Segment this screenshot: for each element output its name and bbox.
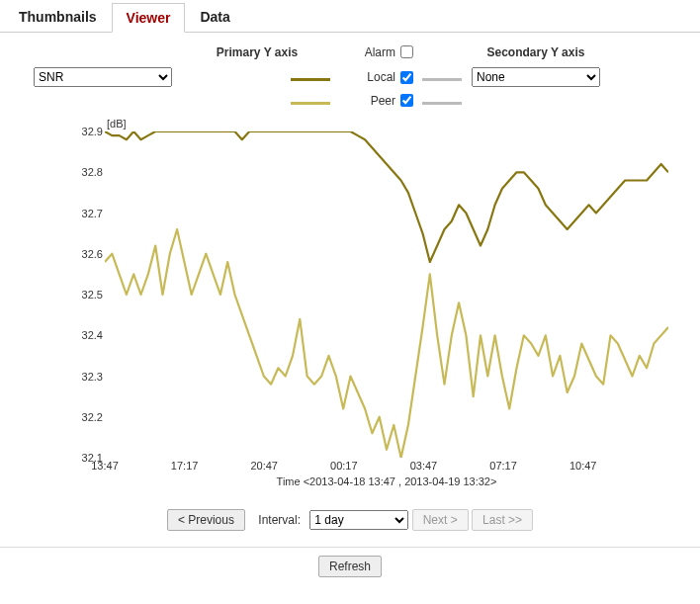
xtick: 13:47 [91,460,119,472]
local-checkbox[interactable] [400,71,413,84]
ytick: 32.3 [82,371,103,383]
secondary-swatch-1 [422,78,462,81]
alarm-label: Alarm [336,45,395,59]
xtick: 00:17 [330,460,358,472]
local-swatch [291,78,330,81]
xtick: 17:17 [171,460,199,472]
series-local [105,131,668,262]
alarm-checkbox[interactable] [400,45,413,58]
secondary-axis-heading: Secondary Y axis [467,45,605,59]
xtick: 07:17 [489,460,517,472]
ytick: 32.2 [82,411,103,423]
y-unit-label: [dB] [107,118,127,129]
plot-canvas [105,131,668,458]
time-nav: < Previous Interval: 1 day Next > Last >… [0,509,700,531]
next-button[interactable]: Next > [412,509,469,531]
xtick: 03:47 [410,460,438,472]
primary-axis-select[interactable]: SNR [34,67,172,87]
ytick: 32.4 [82,329,103,341]
peer-swatch [291,102,330,105]
x-axis-label: Time <2013-04-18 13:47 , 2013-04-19 13:3… [105,475,668,487]
series-peer [105,229,668,458]
ytick: 32.7 [82,208,103,219]
interval-label: Interval: [258,513,301,527]
chart-area: [dB] 32.132.232.332.432.532.632.732.832.… [24,118,676,503]
tab-viewer[interactable]: Viewer [112,3,186,33]
ytick: 32.8 [82,166,103,178]
refresh-button[interactable]: Refresh [318,556,382,577]
tab-data[interactable]: Data [185,2,244,32]
tab-thumbnails[interactable]: Thumbnails [4,2,112,32]
tab-bar: Thumbnails Viewer Data [0,0,700,33]
interval-select[interactable]: 1 day [309,510,408,530]
xtick: 20:47 [250,460,278,472]
primary-axis-heading: Primary Y axis [178,45,336,59]
last-button[interactable]: Last >> [472,509,533,531]
ytick: 32.9 [82,126,103,137]
secondary-axis-select[interactable]: None [472,67,600,87]
peer-checkbox[interactable] [400,94,413,107]
prev-button[interactable]: < Previous [167,509,245,531]
peer-label: Peer [336,94,395,108]
ytick: 32.5 [82,289,103,301]
controls-panel: Primary Y axis Alarm Secondary Y axis SN… [0,33,700,114]
local-label: Local [336,70,395,84]
secondary-swatch-2 [422,102,462,105]
ytick: 32.6 [82,248,103,260]
xtick: 10:47 [569,460,597,472]
